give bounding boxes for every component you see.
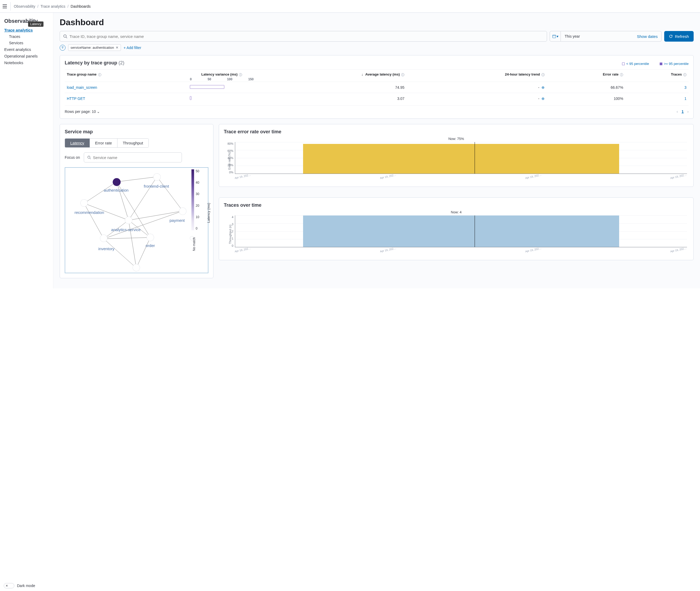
next-page-button[interactable]: › [687, 110, 689, 114]
node-frontend-client[interactable] [153, 173, 161, 181]
search-input-wrapper[interactable] [60, 31, 547, 42]
tab-error-rate[interactable]: Error rate [90, 139, 117, 147]
rows-per-page-select[interactable]: Rows per page: 10 ⌄ [65, 110, 100, 114]
topbar: Observability / Trace analytics / Dashbo… [0, 0, 700, 13]
sidebar-item-notebooks[interactable]: Notebooks [4, 59, 49, 66]
node-payment[interactable] [179, 207, 186, 215]
scale-axis-label: Latency (ms) [207, 203, 211, 223]
node-authentication[interactable] [113, 178, 121, 186]
trend-value: - [538, 85, 540, 89]
info-icon[interactable]: i [401, 73, 404, 76]
page-title: Dashboard [60, 17, 694, 27]
info-icon[interactable]: i [98, 73, 101, 76]
service-map-graph[interactable]: authentication frontend-client recommend… [65, 167, 209, 273]
page-number[interactable]: 1 [682, 110, 684, 114]
error-rate-chart[interactable]: Now: 75% Error rate (%) 80%60%40%20%0% A… [224, 137, 689, 182]
node-order[interactable] [147, 234, 154, 241]
now-line [475, 142, 475, 174]
traces-link[interactable]: 3 [684, 85, 687, 89]
avg-value: 3.07 [255, 93, 406, 104]
latency-panel-title: Latency by trace group (2) [65, 60, 124, 66]
chevron-down-icon: ⌄ [97, 110, 100, 114]
date-quick-button[interactable]: ▾ [550, 31, 561, 42]
table-row: HTTP GET 3.07 -⊕ 100% 1 [65, 93, 689, 104]
filter-menu-button[interactable] [60, 45, 65, 51]
y-axis-ticks: 80%60%40%20%0% [224, 142, 233, 174]
info-icon[interactable]: i [683, 73, 687, 76]
x-axis-ticks: Apr 19, 202…Apr 19, 202…Apr 19, 202…Apr … [235, 248, 687, 255]
traces-link[interactable]: 1 [684, 96, 687, 101]
search-input[interactable] [69, 34, 543, 39]
trace-group-link[interactable]: load_main_screen [67, 85, 97, 89]
add-filter-link[interactable]: + Add filter [124, 46, 141, 50]
date-range-display[interactable]: This year Show dates [561, 31, 661, 42]
trace-group-link[interactable]: HTTP GET [67, 96, 85, 101]
show-dates-link[interactable]: Show dates [637, 34, 657, 39]
sidebar-item-trace-analytics[interactable]: Trace analytics [4, 27, 49, 34]
variance-bar [190, 85, 224, 89]
service-map-title: Service map [65, 129, 209, 135]
search-icon [87, 155, 91, 159]
chart-now-label: Now: 75% [224, 137, 689, 141]
refresh-button[interactable]: Refresh [664, 31, 694, 42]
node-analytics-service[interactable] [125, 216, 132, 224]
zoom-in-icon[interactable]: ⊕ [541, 85, 545, 89]
col-avg-latency[interactable]: ↓Average latency (ms) i [255, 70, 406, 82]
info-icon[interactable]: i [239, 73, 242, 76]
col-variance[interactable]: Latency variance (ms) i 050100150 [188, 70, 255, 82]
main-content: Dashboard ▾ This year Show dates Refresh [53, 13, 700, 288]
sidebar: Observability Trace analytics Latency Tr… [0, 13, 53, 288]
filter-pill[interactable]: serviceName: authentication ✕ [68, 44, 121, 51]
breadcrumb-sep: / [38, 4, 39, 8]
info-icon[interactable]: i [620, 73, 623, 76]
error-value: 100% [547, 93, 625, 104]
node-label: recommendation [74, 210, 104, 215]
node-label: order [145, 243, 155, 248]
sidebar-item-event-analytics[interactable]: Event analytics [4, 46, 49, 53]
breadcrumb-item[interactable]: Observability [14, 4, 35, 8]
traces-over-time-panel: Traces over time Now: 4 Throughput (n) 4… [219, 197, 694, 260]
menu-toggle-button[interactable] [2, 2, 11, 11]
breadcrumb-current: Dashboards [70, 4, 91, 8]
prev-page-button[interactable]: ‹ [677, 110, 678, 114]
traces-over-time-chart[interactable]: Now: 4 Throughput (n) 43210 Apr 19, 202…… [224, 210, 689, 255]
node-recommendation[interactable] [80, 199, 88, 207]
node-inventory[interactable] [100, 235, 107, 242]
sidebar-item-traces[interactable]: Traces [9, 34, 49, 40]
error-rate-title: Trace error rate over time [224, 129, 689, 135]
node-database[interactable] [132, 264, 140, 271]
sidebar-item-operational-panels[interactable]: Operational panels [4, 53, 49, 59]
tab-latency[interactable]: Latency [65, 139, 90, 147]
latency-legend: < 95 percentile >= 95 percentile [622, 62, 689, 66]
focus-input[interactable] [93, 155, 178, 160]
pagination: ‹ 1 › [677, 110, 689, 114]
tab-throughput[interactable]: Throughput [117, 139, 149, 147]
svg-point-0 [64, 35, 66, 38]
col-trace-group[interactable]: Trace group name i [65, 70, 188, 82]
remove-filter-button[interactable]: ✕ [116, 46, 119, 50]
refresh-label: Refresh [675, 34, 689, 39]
info-icon[interactable]: i [541, 73, 545, 76]
error-value: 66.67% [547, 82, 625, 93]
now-line [475, 215, 475, 247]
sidebar-item-services[interactable]: Services [9, 40, 49, 46]
hamburger-icon [3, 4, 7, 8]
breadcrumb: Observability / Trace analytics / Dashbo… [14, 4, 91, 8]
zoom-in-icon[interactable]: ⊕ [541, 96, 545, 101]
x-axis-ticks: Apr 19, 202…Apr 19, 202…Apr 19, 202…Apr … [235, 175, 687, 182]
chevron-down-icon: ▾ [557, 34, 559, 39]
latency-count: (2) [119, 60, 124, 65]
node-label: analytics-service [111, 227, 140, 232]
bar [303, 215, 620, 247]
focus-input-wrapper[interactable] [84, 152, 182, 162]
node-label: frontend-client [144, 184, 169, 188]
breadcrumb-item[interactable]: Trace analytics [41, 4, 65, 8]
col-trend[interactable]: 24-hour latency trend i [406, 70, 547, 82]
filter-pill-label: serviceName: authentication [70, 46, 114, 50]
search-icon [63, 34, 67, 39]
refresh-icon [669, 35, 673, 38]
col-error-rate[interactable]: Error rate i [547, 70, 625, 82]
col-traces[interactable]: Traces i [625, 70, 689, 82]
variance-bar [190, 96, 191, 100]
legend-gte-95: >= 95 percentile [660, 62, 689, 66]
